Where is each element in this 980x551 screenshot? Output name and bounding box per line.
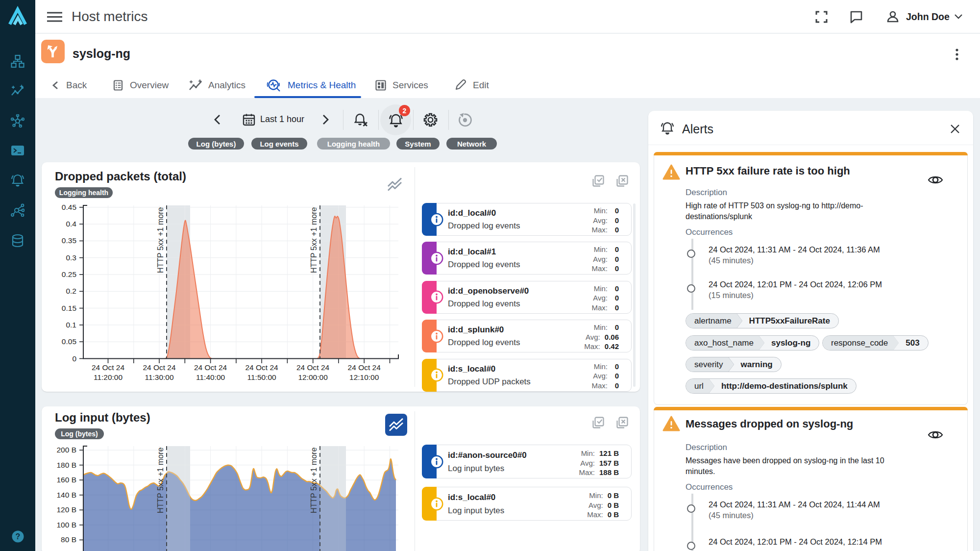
svg-text:HTTP 5xx +1 more: HTTP 5xx +1 more: [156, 447, 165, 513]
svg-text:120 B: 120 B: [56, 505, 76, 514]
svg-text:140 B: 140 B: [56, 491, 76, 499]
svg-text:11:40:00: 11:40:00: [196, 373, 225, 381]
svg-text:200 B: 200 B: [56, 446, 76, 454]
svg-text:0.25: 0.25: [62, 270, 76, 278]
svg-text:24 Oct 24: 24 Oct 24: [348, 363, 381, 372]
svg-text:24 Oct 24: 24 Oct 24: [296, 363, 330, 372]
svg-text:HTTP 5xx +1 more: HTTP 5xx +1 more: [310, 447, 318, 513]
svg-text:24 Oct 24: 24 Oct 24: [245, 363, 278, 372]
svg-text:0.35: 0.35: [62, 236, 76, 245]
svg-text:11:20:00: 11:20:00: [94, 373, 123, 381]
svg-text:0.05: 0.05: [62, 337, 76, 346]
svg-text:0.45: 0.45: [62, 203, 76, 211]
svg-text:?: ?: [16, 532, 21, 541]
svg-text:12:00:00: 12:00:00: [298, 373, 328, 381]
svg-text:11:50:00: 11:50:00: [247, 373, 277, 381]
svg-text:24 Oct 24: 24 Oct 24: [92, 363, 125, 372]
svg-text:100 B: 100 B: [56, 521, 76, 529]
svg-text:0.4: 0.4: [66, 220, 76, 228]
svg-text:80 B: 80 B: [61, 535, 76, 544]
svg-text:HTTP 5xx +1 more: HTTP 5xx +1 more: [156, 207, 165, 273]
svg-text:180 B: 180 B: [56, 461, 76, 469]
svg-text:HTTP 5xx +1 more: HTTP 5xx +1 more: [310, 207, 318, 273]
svg-text:24 Oct 24: 24 Oct 24: [143, 363, 176, 372]
svg-text:12:10:00: 12:10:00: [349, 373, 379, 381]
svg-text:0.3: 0.3: [66, 253, 76, 262]
svg-text:0.1: 0.1: [66, 321, 76, 329]
svg-text:24 Oct 24: 24 Oct 24: [194, 363, 227, 372]
svg-text:11:30:00: 11:30:00: [145, 373, 174, 381]
svg-text:160 B: 160 B: [56, 476, 76, 484]
svg-text:0.2: 0.2: [66, 287, 76, 295]
svg-text:0: 0: [72, 354, 76, 363]
svg-text:0.15: 0.15: [62, 304, 76, 312]
